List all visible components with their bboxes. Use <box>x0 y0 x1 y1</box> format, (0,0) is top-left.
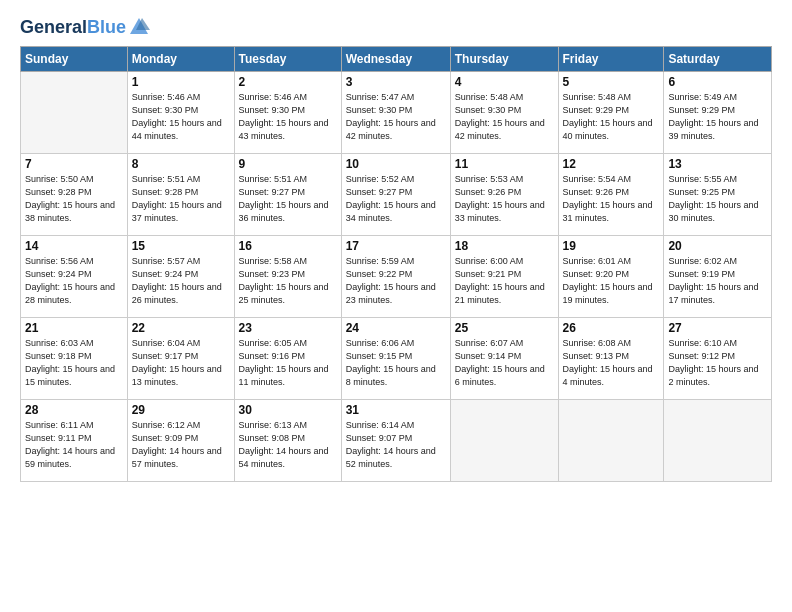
day-number: 5 <box>563 75 660 89</box>
day-number: 29 <box>132 403 230 417</box>
calendar-cell <box>664 400 772 482</box>
calendar-cell: 28Sunrise: 6:11 AMSunset: 9:11 PMDayligh… <box>21 400 128 482</box>
calendar-cell: 31Sunrise: 6:14 AMSunset: 9:07 PMDayligh… <box>341 400 450 482</box>
day-number: 25 <box>455 321 554 335</box>
day-number: 14 <box>25 239 123 253</box>
day-number: 26 <box>563 321 660 335</box>
day-number: 24 <box>346 321 446 335</box>
calendar-week-4: 21Sunrise: 6:03 AMSunset: 9:18 PMDayligh… <box>21 318 772 400</box>
calendar-cell: 27Sunrise: 6:10 AMSunset: 9:12 PMDayligh… <box>664 318 772 400</box>
logo: GeneralBlue <box>20 18 150 38</box>
day-detail: Sunrise: 5:51 AMSunset: 9:27 PMDaylight:… <box>239 173 337 225</box>
calendar-cell: 22Sunrise: 6:04 AMSunset: 9:17 PMDayligh… <box>127 318 234 400</box>
calendar-cell: 18Sunrise: 6:00 AMSunset: 9:21 PMDayligh… <box>450 236 558 318</box>
calendar-cell: 9Sunrise: 5:51 AMSunset: 9:27 PMDaylight… <box>234 154 341 236</box>
weekday-header-thursday: Thursday <box>450 47 558 72</box>
day-number: 2 <box>239 75 337 89</box>
day-detail: Sunrise: 6:06 AMSunset: 9:15 PMDaylight:… <box>346 337 446 389</box>
day-detail: Sunrise: 5:59 AMSunset: 9:22 PMDaylight:… <box>346 255 446 307</box>
calendar-cell: 21Sunrise: 6:03 AMSunset: 9:18 PMDayligh… <box>21 318 128 400</box>
day-number: 28 <box>25 403 123 417</box>
day-detail: Sunrise: 6:03 AMSunset: 9:18 PMDaylight:… <box>25 337 123 389</box>
calendar-cell: 5Sunrise: 5:48 AMSunset: 9:29 PMDaylight… <box>558 72 664 154</box>
day-detail: Sunrise: 5:49 AMSunset: 9:29 PMDaylight:… <box>668 91 767 143</box>
day-number: 11 <box>455 157 554 171</box>
calendar-cell: 20Sunrise: 6:02 AMSunset: 9:19 PMDayligh… <box>664 236 772 318</box>
calendar-cell: 15Sunrise: 5:57 AMSunset: 9:24 PMDayligh… <box>127 236 234 318</box>
calendar-cell: 1Sunrise: 5:46 AMSunset: 9:30 PMDaylight… <box>127 72 234 154</box>
header: GeneralBlue <box>20 18 772 38</box>
calendar-cell: 26Sunrise: 6:08 AMSunset: 9:13 PMDayligh… <box>558 318 664 400</box>
day-number: 27 <box>668 321 767 335</box>
day-number: 17 <box>346 239 446 253</box>
day-number: 23 <box>239 321 337 335</box>
calendar-cell: 25Sunrise: 6:07 AMSunset: 9:14 PMDayligh… <box>450 318 558 400</box>
calendar-table: SundayMondayTuesdayWednesdayThursdayFrid… <box>20 46 772 482</box>
weekday-header-saturday: Saturday <box>664 47 772 72</box>
day-number: 8 <box>132 157 230 171</box>
calendar-week-5: 28Sunrise: 6:11 AMSunset: 9:11 PMDayligh… <box>21 400 772 482</box>
calendar-cell: 3Sunrise: 5:47 AMSunset: 9:30 PMDaylight… <box>341 72 450 154</box>
logo-icon <box>128 16 150 38</box>
day-number: 16 <box>239 239 337 253</box>
day-detail: Sunrise: 5:46 AMSunset: 9:30 PMDaylight:… <box>132 91 230 143</box>
calendar-cell: 8Sunrise: 5:51 AMSunset: 9:28 PMDaylight… <box>127 154 234 236</box>
day-detail: Sunrise: 5:47 AMSunset: 9:30 PMDaylight:… <box>346 91 446 143</box>
calendar-cell: 24Sunrise: 6:06 AMSunset: 9:15 PMDayligh… <box>341 318 450 400</box>
day-number: 31 <box>346 403 446 417</box>
day-detail: Sunrise: 5:55 AMSunset: 9:25 PMDaylight:… <box>668 173 767 225</box>
day-number: 12 <box>563 157 660 171</box>
day-detail: Sunrise: 6:04 AMSunset: 9:17 PMDaylight:… <box>132 337 230 389</box>
day-number: 1 <box>132 75 230 89</box>
day-detail: Sunrise: 5:50 AMSunset: 9:28 PMDaylight:… <box>25 173 123 225</box>
calendar-cell <box>558 400 664 482</box>
calendar-cell: 29Sunrise: 6:12 AMSunset: 9:09 PMDayligh… <box>127 400 234 482</box>
day-detail: Sunrise: 5:51 AMSunset: 9:28 PMDaylight:… <box>132 173 230 225</box>
weekday-header-monday: Monday <box>127 47 234 72</box>
calendar-cell: 14Sunrise: 5:56 AMSunset: 9:24 PMDayligh… <box>21 236 128 318</box>
calendar-cell: 10Sunrise: 5:52 AMSunset: 9:27 PMDayligh… <box>341 154 450 236</box>
day-detail: Sunrise: 6:13 AMSunset: 9:08 PMDaylight:… <box>239 419 337 471</box>
day-detail: Sunrise: 6:11 AMSunset: 9:11 PMDaylight:… <box>25 419 123 471</box>
calendar-cell: 7Sunrise: 5:50 AMSunset: 9:28 PMDaylight… <box>21 154 128 236</box>
day-number: 4 <box>455 75 554 89</box>
calendar-cell: 2Sunrise: 5:46 AMSunset: 9:30 PMDaylight… <box>234 72 341 154</box>
calendar-cell: 12Sunrise: 5:54 AMSunset: 9:26 PMDayligh… <box>558 154 664 236</box>
weekday-header-tuesday: Tuesday <box>234 47 341 72</box>
day-detail: Sunrise: 5:53 AMSunset: 9:26 PMDaylight:… <box>455 173 554 225</box>
day-number: 21 <box>25 321 123 335</box>
day-detail: Sunrise: 6:10 AMSunset: 9:12 PMDaylight:… <box>668 337 767 389</box>
day-detail: Sunrise: 6:12 AMSunset: 9:09 PMDaylight:… <box>132 419 230 471</box>
day-detail: Sunrise: 6:14 AMSunset: 9:07 PMDaylight:… <box>346 419 446 471</box>
calendar-cell: 17Sunrise: 5:59 AMSunset: 9:22 PMDayligh… <box>341 236 450 318</box>
calendar-week-1: 1Sunrise: 5:46 AMSunset: 9:30 PMDaylight… <box>21 72 772 154</box>
calendar-cell <box>450 400 558 482</box>
calendar-cell: 11Sunrise: 5:53 AMSunset: 9:26 PMDayligh… <box>450 154 558 236</box>
day-detail: Sunrise: 6:07 AMSunset: 9:14 PMDaylight:… <box>455 337 554 389</box>
logo-text: GeneralBlue <box>20 18 126 38</box>
day-number: 19 <box>563 239 660 253</box>
day-number: 22 <box>132 321 230 335</box>
calendar-week-3: 14Sunrise: 5:56 AMSunset: 9:24 PMDayligh… <box>21 236 772 318</box>
calendar-week-2: 7Sunrise: 5:50 AMSunset: 9:28 PMDaylight… <box>21 154 772 236</box>
day-number: 7 <box>25 157 123 171</box>
weekday-header-friday: Friday <box>558 47 664 72</box>
day-detail: Sunrise: 5:46 AMSunset: 9:30 PMDaylight:… <box>239 91 337 143</box>
day-number: 15 <box>132 239 230 253</box>
day-number: 9 <box>239 157 337 171</box>
weekday-header-sunday: Sunday <box>21 47 128 72</box>
day-number: 13 <box>668 157 767 171</box>
day-detail: Sunrise: 6:01 AMSunset: 9:20 PMDaylight:… <box>563 255 660 307</box>
day-detail: Sunrise: 5:58 AMSunset: 9:23 PMDaylight:… <box>239 255 337 307</box>
day-detail: Sunrise: 6:02 AMSunset: 9:19 PMDaylight:… <box>668 255 767 307</box>
calendar-cell: 30Sunrise: 6:13 AMSunset: 9:08 PMDayligh… <box>234 400 341 482</box>
day-detail: Sunrise: 5:54 AMSunset: 9:26 PMDaylight:… <box>563 173 660 225</box>
calendar-cell <box>21 72 128 154</box>
calendar-cell: 19Sunrise: 6:01 AMSunset: 9:20 PMDayligh… <box>558 236 664 318</box>
day-detail: Sunrise: 6:05 AMSunset: 9:16 PMDaylight:… <box>239 337 337 389</box>
calendar-cell: 4Sunrise: 5:48 AMSunset: 9:30 PMDaylight… <box>450 72 558 154</box>
calendar-cell: 23Sunrise: 6:05 AMSunset: 9:16 PMDayligh… <box>234 318 341 400</box>
weekday-header-wednesday: Wednesday <box>341 47 450 72</box>
day-detail: Sunrise: 5:57 AMSunset: 9:24 PMDaylight:… <box>132 255 230 307</box>
day-detail: Sunrise: 5:52 AMSunset: 9:27 PMDaylight:… <box>346 173 446 225</box>
